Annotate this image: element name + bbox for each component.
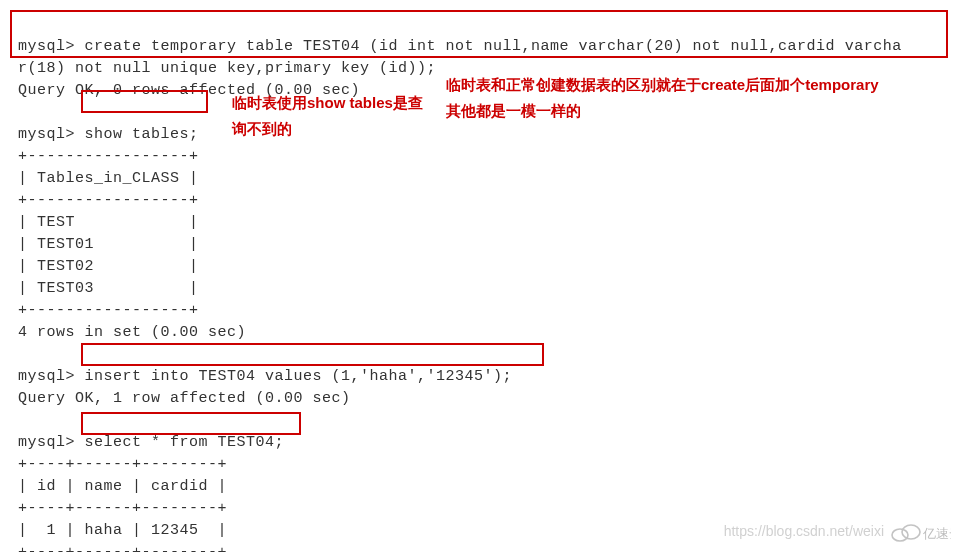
table-row: | TEST03 | bbox=[18, 280, 199, 297]
svg-text:亿速云: 亿速云 bbox=[922, 526, 951, 541]
logo-brand: 亿速云 bbox=[889, 518, 951, 546]
table-row: | TEST | bbox=[18, 214, 199, 231]
insert-result: Query OK, 1 row affected (0.00 sec) bbox=[18, 390, 351, 407]
table-border: +-----------------+ bbox=[18, 148, 199, 165]
annotation-temporary-line2: 其他都是一模一样的 bbox=[446, 102, 581, 119]
svg-point-1 bbox=[902, 525, 920, 539]
select-border: +----+------+--------+ bbox=[18, 544, 227, 552]
select-border: +----+------+--------+ bbox=[18, 500, 227, 517]
show-stmt: mysql> show tables; bbox=[18, 126, 199, 143]
create-stmt-line2: r(18) not null unique key,primary key (i… bbox=[18, 60, 436, 77]
table-header: | Tables_in_CLASS | bbox=[18, 170, 199, 187]
table-border: +-----------------+ bbox=[18, 192, 199, 209]
annotation-temporary-line1: 临时表和正常创建数据表的区别就在于create后面加个temporary bbox=[446, 76, 879, 93]
annotation-temporary: 临时表和正常创建数据表的区别就在于create后面加个temporary 其他都… bbox=[446, 72, 946, 124]
table-row: | TEST01 | bbox=[18, 236, 199, 253]
insert-stmt: mysql> insert into TEST04 values (1,'hah… bbox=[18, 368, 512, 385]
create-stmt-line1: mysql> create temporary table TEST04 (id… bbox=[18, 38, 902, 55]
show-result: 4 rows in set (0.00 sec) bbox=[18, 324, 246, 341]
table-border: +-----------------+ bbox=[18, 302, 199, 319]
select-stmt: mysql> select * from TEST04; bbox=[18, 434, 284, 451]
svg-point-0 bbox=[892, 529, 908, 541]
select-border: +----+------+--------+ bbox=[18, 456, 227, 473]
table-row: | TEST02 | bbox=[18, 258, 199, 275]
select-row: | 1 | haha | 12345 | bbox=[18, 522, 227, 539]
select-header: | id | name | cardid | bbox=[18, 478, 227, 495]
annotation-show-tables: 临时表使用show tables是查询不到的 bbox=[232, 90, 432, 142]
